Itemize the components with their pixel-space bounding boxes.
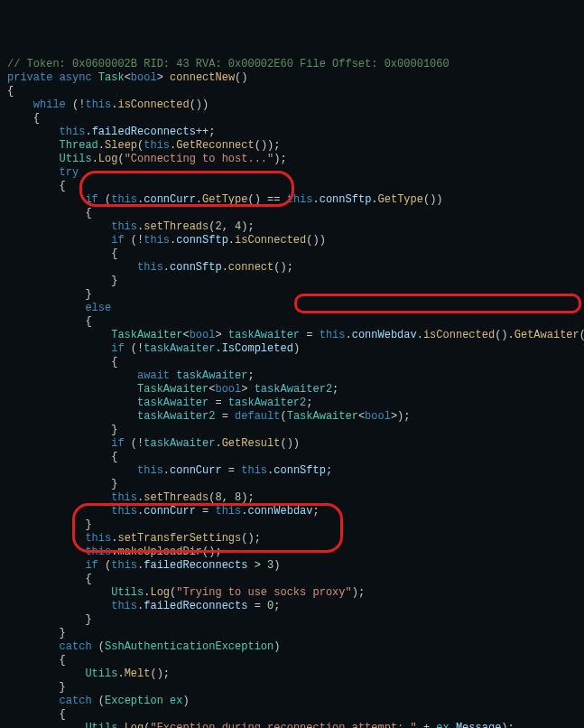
annotation-oval-webdav [294, 294, 581, 313]
token-comment-line: // Token: 0x0600002B RID: 43 RVA: 0x0000… [7, 58, 450, 70]
type-bool: bool [131, 71, 157, 84]
code-editor-viewport: // Token: 0x0600002B RID: 43 RVA: 0x0000… [0, 0, 584, 728]
kw-while: while [33, 98, 66, 111]
kw-async: async [60, 71, 92, 84]
kw-private: private [7, 71, 52, 84]
type-Task: Task [98, 71, 125, 84]
method-connectNew: connectNew [170, 71, 235, 84]
